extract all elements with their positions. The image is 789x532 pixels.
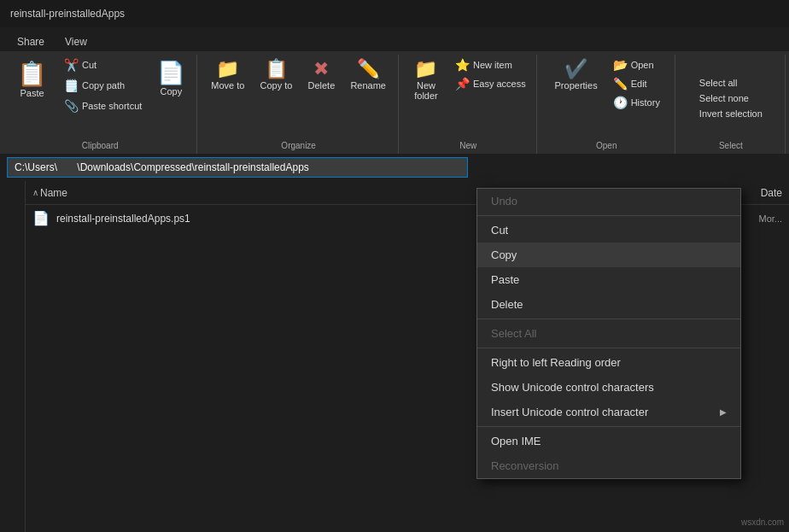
ctx-open-ime[interactable]: Open IME <box>477 429 740 453</box>
new-item-button[interactable]: ⭐ New item <box>450 56 531 73</box>
ctx-sep-2 <box>477 319 740 319</box>
organize-group: 📁 Move to 📋 Copy to ✖ Delete ✏️ Rename O… <box>199 55 399 154</box>
move-to-button[interactable]: 📁 Move to <box>204 56 251 94</box>
invert-selection-button[interactable]: Invert selection <box>694 107 768 120</box>
new-label: New <box>459 139 476 150</box>
ctx-sep-3 <box>477 348 740 348</box>
easy-access-button[interactable]: 📌 Easy access <box>450 75 531 92</box>
ctx-cut[interactable]: Cut <box>477 218 740 243</box>
copy-icon: 📄 <box>157 60 184 86</box>
name-column-header[interactable]: Name <box>40 187 67 199</box>
ctx-paste[interactable]: Paste <box>477 267 740 292</box>
context-menu: Undo Cut Copy Paste Delete Select All Ri… <box>476 188 741 479</box>
paste-button[interactable]: 📋 Paste <box>9 56 56 102</box>
date-column-header: Date <box>761 187 782 199</box>
sort-arrow: ∧ <box>32 188 38 197</box>
cut-button[interactable]: ✂️ Cut <box>59 56 147 73</box>
paste-shortcut-icon: 📎 <box>64 99 79 113</box>
delete-button[interactable]: ✖ Delete <box>301 56 342 94</box>
clipboard-label: Clipboard <box>82 139 119 150</box>
tab-view[interactable]: View <box>55 32 97 51</box>
address-bar <box>0 154 789 181</box>
file-icon: 📄 <box>32 210 50 226</box>
copy-to-button[interactable]: 📋 Copy to <box>253 56 299 94</box>
watermark: wsxdn.com <box>741 517 784 527</box>
ctx-undo[interactable]: Undo <box>477 189 740 213</box>
open-label: Open <box>596 139 617 150</box>
easy-access-icon: 📌 <box>455 77 470 91</box>
copy-path-button[interactable]: 🗒️ Copy path <box>59 77 147 94</box>
file-name: reinstall-preinstalledApps.ps1 <box>56 213 190 225</box>
ctx-copy[interactable]: Copy <box>477 243 740 267</box>
ctx-reconversion[interactable]: Reconversion <box>477 453 740 478</box>
delete-icon: ✖ <box>313 60 329 79</box>
address-input[interactable] <box>7 157 468 178</box>
ctx-unicode-control[interactable]: Show Unicode control characters <box>477 375 740 400</box>
ctx-insert-unicode[interactable]: Insert Unicode control character ▶ <box>477 400 740 424</box>
history-icon: 🕐 <box>613 96 628 109</box>
history-button[interactable]: 🕐 History <box>608 94 665 111</box>
open-group: ✔️ Properties 📂 Open ✏️ Edit 🕐 History O… <box>539 55 675 154</box>
tab-share[interactable]: Share <box>7 32 55 51</box>
ctx-sep-4 <box>477 426 740 427</box>
edit-icon: ✏️ <box>613 77 628 91</box>
select-group: Select all Select none Invert selection … <box>677 55 786 154</box>
nav-pane <box>0 181 26 532</box>
cut-icon: ✂️ <box>64 58 79 72</box>
open-button[interactable]: 📂 Open <box>608 56 665 73</box>
open-icon: 📂 <box>613 58 628 72</box>
edit-button[interactable]: ✏️ Edit <box>608 75 665 92</box>
ctx-rtl[interactable]: Right to left Reading order <box>477 350 740 375</box>
paste-label: Paste <box>20 88 44 98</box>
ctx-select-all[interactable]: Select All <box>477 321 740 346</box>
copy-path-icon: 🗒️ <box>64 79 79 92</box>
ctx-sep-1 <box>477 215 740 216</box>
select-all-button[interactable]: Select all <box>694 76 743 90</box>
new-group: 📁 Newfolder ⭐ New item 📌 Easy access New <box>400 55 537 154</box>
rename-button[interactable]: ✏️ Rename <box>343 56 393 94</box>
new-folder-button[interactable]: 📁 Newfolder <box>406 56 447 104</box>
title-bar: reinstall-preinstalledApps <box>0 0 789 27</box>
copy-button[interactable]: 📄 Copy <box>150 56 191 100</box>
properties-button[interactable]: ✔️ Properties <box>548 56 605 94</box>
rename-icon: ✏️ <box>357 60 380 79</box>
ribbon-tabs: Share View <box>0 27 789 51</box>
submenu-arrow-icon: ▶ <box>720 407 727 417</box>
select-none-button[interactable]: Select none <box>694 91 754 105</box>
copy-to-icon: 📋 <box>265 60 288 79</box>
window-title: reinstall-preinstalledApps <box>10 8 125 20</box>
paste-icon: 📋 <box>17 60 47 88</box>
new-item-icon: ⭐ <box>455 58 470 72</box>
file-date: Mor... <box>758 213 782 224</box>
select-label: Select <box>719 139 743 150</box>
new-folder-icon: 📁 <box>414 60 437 79</box>
properties-icon: ✔️ <box>564 60 587 79</box>
ribbon: 📋 Paste ✂️ Cut 🗒️ Copy path 📎 Paste shor… <box>0 51 789 154</box>
organize-label: Organize <box>281 139 316 150</box>
clipboard-group: 📋 Paste ✂️ Cut 🗒️ Copy path 📎 Paste shor… <box>3 55 197 154</box>
paste-shortcut-button[interactable]: 📎 Paste shortcut <box>59 97 147 114</box>
move-icon: 📁 <box>216 60 239 79</box>
ctx-delete[interactable]: Delete <box>477 292 740 317</box>
